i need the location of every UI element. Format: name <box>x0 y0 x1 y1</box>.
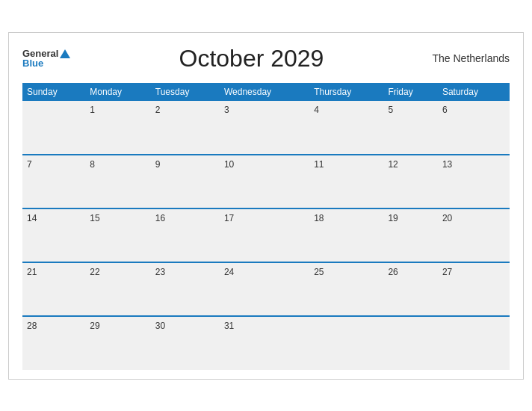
calendar-week-row: 78910111213 <box>22 155 510 208</box>
calendar-week-row: 14151617181920 <box>22 208 510 262</box>
calendar-day-cell: 4 <box>309 101 383 155</box>
day-header-tuesday: Tuesday <box>151 83 220 101</box>
calendar-header-row: SundayMondayTuesdayWednesdayThursdayFrid… <box>22 83 510 101</box>
calendar-week-row: 21222324252627 <box>22 262 510 316</box>
calendar-thead: SundayMondayTuesdayWednesdayThursdayFrid… <box>22 83 510 101</box>
calendar-day-cell: 21 <box>22 262 85 316</box>
calendar-day-cell: 5 <box>383 101 438 155</box>
day-header-wednesday: Wednesday <box>220 83 309 101</box>
calendar-day-cell <box>22 101 85 155</box>
calendar-day-cell: 7 <box>22 155 85 208</box>
calendar-day-cell: 9 <box>151 155 220 208</box>
calendar-day-cell: 13 <box>438 155 510 208</box>
calendar-tbody: 1234567891011121314151617181920212223242… <box>22 101 510 370</box>
calendar-day-cell: 29 <box>85 316 151 370</box>
calendar-day-cell: 24 <box>220 262 309 316</box>
calendar-day-cell: 11 <box>309 155 383 208</box>
calendar-day-cell: 12 <box>383 155 438 208</box>
calendar-day-cell: 16 <box>151 208 220 262</box>
calendar-grid: SundayMondayTuesdayWednesdayThursdayFrid… <box>22 83 510 370</box>
logo: General Blue <box>22 49 70 68</box>
calendar-day-cell: 3 <box>220 101 309 155</box>
calendar-day-cell: 22 <box>85 262 151 316</box>
calendar-day-cell: 18 <box>309 208 383 262</box>
calendar-wrapper: General Blue October 2029 The Netherland… <box>8 32 524 380</box>
calendar-day-cell: 10 <box>220 155 309 208</box>
calendar-day-cell: 27 <box>438 262 510 316</box>
day-header-friday: Friday <box>383 83 438 101</box>
calendar-day-cell: 6 <box>438 101 510 155</box>
calendar-day-cell: 17 <box>220 208 309 262</box>
logo-triangle-icon <box>60 49 70 58</box>
calendar-day-cell: 25 <box>309 262 383 316</box>
calendar-day-cell: 20 <box>438 208 510 262</box>
calendar-day-cell: 1 <box>85 101 151 155</box>
day-header-monday: Monday <box>85 83 151 101</box>
calendar-day-cell: 31 <box>220 316 309 370</box>
calendar-title: October 2029 <box>179 45 324 72</box>
calendar-day-cell: 15 <box>85 208 151 262</box>
calendar-day-cell: 26 <box>383 262 438 316</box>
calendar-day-cell: 19 <box>383 208 438 262</box>
calendar-day-cell: 30 <box>151 316 220 370</box>
day-header-sunday: Sunday <box>22 83 85 101</box>
calendar-day-cell: 8 <box>85 155 151 208</box>
day-header-saturday: Saturday <box>438 83 510 101</box>
calendar-day-cell: 28 <box>22 316 85 370</box>
calendar-day-cell: 14 <box>22 208 85 262</box>
calendar-week-row: 28293031 <box>22 316 510 370</box>
calendar-week-row: 123456 <box>22 101 510 155</box>
calendar-day-cell <box>309 316 383 370</box>
calendar-day-cell: 2 <box>151 101 220 155</box>
calendar-day-cell: 23 <box>151 262 220 316</box>
logo-blue-text: Blue <box>22 58 43 68</box>
day-header-thursday: Thursday <box>309 83 383 101</box>
calendar-day-cell <box>438 316 510 370</box>
calendar-day-cell <box>383 316 438 370</box>
calendar-header: General Blue October 2029 The Netherland… <box>22 45 510 72</box>
calendar-country: The Netherlands <box>432 52 510 64</box>
